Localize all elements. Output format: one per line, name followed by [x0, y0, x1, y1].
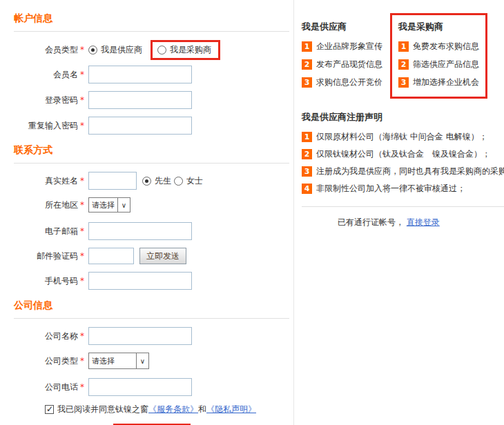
section-divider: [14, 318, 289, 319]
realname-row: 真实姓名* 先生 女士: [14, 172, 289, 190]
supplier-statement-title: 我是供应商注册声明: [302, 111, 504, 123]
company-type-select-value: 请选择: [89, 353, 136, 368]
section-divider: [14, 31, 289, 32]
section-title-company: 公司信息: [14, 299, 289, 312]
realname-label: 真实姓名*: [14, 175, 84, 187]
list-item: 1 企业品牌形象宣传: [302, 41, 390, 52]
password-repeat-input[interactable]: [88, 117, 192, 135]
member-type-label: 会员类型*: [14, 44, 84, 56]
list-item: 2 仅限钛镍材公司（钛及钛合金 镍及镍合金）；: [302, 148, 504, 160]
required-asterisk: *: [80, 356, 84, 366]
number-badge: 4: [302, 184, 312, 194]
password-input[interactable]: [88, 91, 192, 109]
email-code-input[interactable]: [88, 248, 134, 264]
region-select-value: 请选择: [89, 198, 117, 212]
agree-terms-row: 我已阅读并同意钛镍之窗 《服务条款》 和 《隐私声明》: [45, 404, 289, 415]
registration-form: 帐户信息 会员类型* 我是供应商 我是采购商 会员名* 登录密码* 重复: [0, 0, 294, 425]
password-label: 登录密码*: [14, 95, 84, 106]
required-asterisk: *: [80, 176, 84, 186]
number-badge: 2: [302, 59, 312, 70]
username-input[interactable]: [88, 66, 192, 83]
list-item: 2 发布产品现货信息: [302, 59, 390, 70]
company-phone-input[interactable]: [88, 378, 192, 396]
password-row: 登录密码*: [14, 91, 289, 109]
section-divider: [14, 163, 289, 164]
realname-input[interactable]: [88, 172, 137, 190]
company-type-select[interactable]: 请选择 ∨: [88, 353, 149, 369]
mobile-label: 手机号码*: [14, 275, 84, 287]
chevron-down-icon[interactable]: ∨: [117, 198, 130, 212]
agree-text: 我已阅读并同意钛镍之窗: [57, 404, 148, 415]
username-row: 会员名*: [14, 66, 289, 83]
required-asterisk: *: [80, 95, 84, 105]
company-name-label: 公司名称*: [14, 330, 84, 342]
agree-checkbox[interactable]: [45, 405, 54, 414]
login-hint: 已有通行证帐号，: [338, 217, 404, 227]
required-asterisk: *: [80, 121, 84, 130]
region-label: 所在地区*: [14, 199, 84, 211]
password-repeat-row: 重复输入密码*: [14, 117, 289, 135]
login-link[interactable]: 直接登录: [407, 217, 440, 227]
email-label: 电子邮箱*: [14, 226, 84, 237]
gender-ms-label[interactable]: 女士: [186, 175, 203, 187]
buyer-radio-label[interactable]: 我是采购商: [170, 44, 211, 56]
list-item: 3 注册成为我是供应商，同时也具有我是采购商的采购功能；: [302, 166, 504, 177]
number-badge: 1: [398, 41, 409, 52]
company-phone-row: 公司电话*: [14, 378, 289, 396]
chevron-down-icon[interactable]: ∨: [136, 353, 148, 368]
company-name-input[interactable]: [88, 327, 192, 345]
list-item: 2 筛选供应产品信息: [398, 59, 479, 70]
number-badge: 2: [398, 59, 409, 70]
company-phone-label: 公司电话*: [14, 382, 84, 393]
required-asterisk: *: [80, 70, 84, 79]
gender-mr-option[interactable]: 先生: [142, 175, 174, 187]
gender-ms-radio[interactable]: [174, 177, 183, 186]
email-row: 电子邮箱*: [14, 222, 289, 240]
gender-ms-option[interactable]: 女士: [174, 175, 203, 187]
email-input[interactable]: [88, 222, 192, 240]
supplier-statement: 我是供应商注册声明 1 仅限原材料公司（海绵钛 中间合金 电解镍）； 2 仅限钛…: [302, 111, 504, 195]
supplier-radio[interactable]: [88, 46, 97, 55]
required-asterisk: *: [80, 331, 84, 341]
list-item: 4 非限制性公司加入将一律不被审核通过；: [302, 183, 504, 195]
required-asterisk: *: [80, 382, 84, 392]
number-badge: 3: [398, 77, 409, 88]
supplier-radio-label[interactable]: 我是供应商: [101, 44, 142, 56]
login-row: 已有通行证帐号， 直接登录: [302, 206, 504, 228]
list-item: 1 仅限原材料公司（海绵钛 中间合金 电解镍）；: [302, 131, 504, 143]
section-title-account: 帐户信息: [14, 12, 289, 25]
region-row: 所在地区* 请选择 ∨: [14, 197, 289, 212]
mobile-row: 手机号码*: [14, 272, 289, 290]
required-asterisk: *: [80, 45, 84, 55]
benefits-columns: 我是供应商 1 企业品牌形象宣传 2 发布产品现货信息 3 求购信息公开竞价 我…: [302, 13, 504, 99]
buyer-benefits-highlight-box: 我是采购商 1 免费发布求购信息 2 筛选供应产品信息 3 增加选择企业机会: [390, 13, 487, 99]
gender-mr-radio[interactable]: [142, 177, 151, 186]
region-select[interactable]: 请选择 ∨: [88, 197, 130, 212]
number-badge: 1: [302, 132, 312, 142]
password-repeat-label: 重复输入密码*: [14, 120, 84, 132]
supplier-radio-option[interactable]: 我是供应商: [88, 44, 149, 56]
list-item: 3 增加选择企业机会: [398, 77, 479, 88]
list-item: 3 求购信息公开竞价: [302, 77, 390, 88]
mobile-input[interactable]: [88, 272, 192, 290]
registration-page: 帐户信息 会员类型* 我是供应商 我是采购商 会员名* 登录密码* 重复: [0, 0, 504, 425]
send-code-button[interactable]: 立即发送: [139, 248, 186, 264]
info-panel: 我是供应商 1 企业品牌形象宣传 2 发布产品现货信息 3 求购信息公开竞价 我…: [302, 13, 504, 228]
gender-mr-label[interactable]: 先生: [155, 175, 171, 187]
required-asterisk: *: [80, 276, 84, 286]
required-asterisk: *: [80, 200, 84, 210]
privacy-link[interactable]: 《隐私声明》: [206, 404, 256, 415]
supplier-benefits: 我是供应商 1 企业品牌形象宣传 2 发布产品现货信息 3 求购信息公开竞价: [302, 13, 390, 88]
company-type-row: 公司类型* 请选择 ∨: [14, 353, 289, 369]
supplier-benefits-title: 我是供应商: [302, 21, 390, 33]
company-type-label: 公司类型*: [14, 355, 84, 367]
number-badge: 2: [302, 149, 312, 159]
section-title-contact: 联系方式: [14, 144, 289, 157]
number-badge: 3: [302, 77, 312, 88]
member-type-row: 会员类型* 我是供应商 我是采购商: [14, 40, 289, 60]
buyer-option-highlight-box: 我是采购商: [151, 40, 220, 60]
buyer-radio[interactable]: [157, 46, 166, 55]
terms-link[interactable]: 《服务条款》: [148, 404, 198, 415]
buyer-benefits-title: 我是采购商: [398, 21, 479, 33]
email-code-row: 邮件验证码* 立即发送: [14, 248, 289, 264]
